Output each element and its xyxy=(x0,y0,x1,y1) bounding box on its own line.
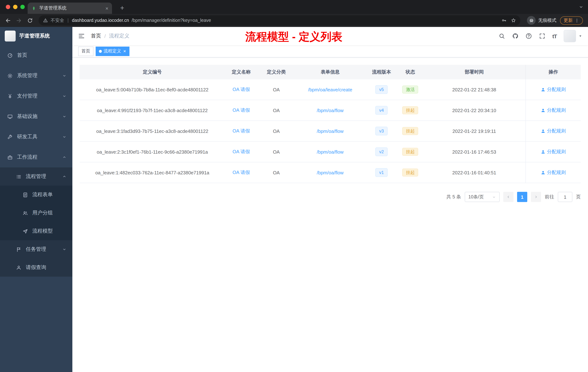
sidebar-item-home[interactable]: 首页 xyxy=(0,45,72,66)
page-size-select[interactable]: 10条/页 xyxy=(465,192,500,202)
help-icon[interactable] xyxy=(525,33,532,39)
forward-button[interactable] xyxy=(14,15,24,25)
incognito-spy-icon xyxy=(529,18,534,23)
form-link[interactable]: /bpm/oa/leave/create xyxy=(308,87,352,92)
definition-id: oa_leave:4:991f2193-7b7f-11ec-a3c8-acde4… xyxy=(80,108,225,113)
form-link[interactable]: /bpm/oa/flow xyxy=(317,108,344,113)
assign-rule-link[interactable]: 分配规则 xyxy=(541,169,566,176)
version-tag: v5 xyxy=(375,85,388,94)
assign-rule-link[interactable]: 分配规则 xyxy=(541,149,566,155)
column-header: 操作 xyxy=(526,65,581,79)
assign-rule-link[interactable]: 分配规则 xyxy=(541,107,566,114)
definition-name-link[interactable]: OA 请假 xyxy=(232,86,250,93)
user-icon xyxy=(541,170,546,175)
column-header: 定义名称 xyxy=(225,69,257,75)
sidebar-menu: 首页系统管理支付管理基础设施研发工具工作流程流程管理流程表单用户分组流程模型任务… xyxy=(0,45,72,277)
close-window-button[interactable] xyxy=(6,5,10,9)
sidebar-item-workflow[interactable]: 工作流程 xyxy=(0,147,72,167)
content: 定义编号定义名称定义分类表单信息流程版本状态部署时间操作 oa_leave:5:… xyxy=(72,57,588,372)
tag-dot xyxy=(99,50,102,53)
table-row: oa_leave:5:004b710b-7b8a-11ec-8ef0-acde4… xyxy=(80,79,581,100)
hamburger-icon[interactable] xyxy=(78,33,85,40)
zoom-window-button[interactable] xyxy=(20,5,25,9)
sidebar-item-label: 流程管理 xyxy=(26,173,46,180)
chevron-right-icon xyxy=(534,195,538,199)
sidebar-logo[interactable]: 芋道管理系统 xyxy=(0,27,72,45)
tag-首页[interactable]: 首页 xyxy=(78,46,94,56)
table-row: oa_leave:2:3c1f0ef1-76b1-11ec-9c66-a2380… xyxy=(80,142,581,162)
tag-label: 首页 xyxy=(82,48,90,54)
tag-close-icon[interactable]: × xyxy=(123,49,126,54)
user-icon xyxy=(541,129,546,133)
form-link[interactable]: /bpm/oa/flow xyxy=(317,149,344,154)
deploy-time: 2022-01-16 01:40:51 xyxy=(423,170,526,175)
next-page-button[interactable] xyxy=(531,192,541,202)
assign-rule-link[interactable]: 分配规则 xyxy=(541,86,566,93)
table-header: 定义编号定义名称定义分类表单信息流程版本状态部署时间操作 xyxy=(80,65,581,79)
prev-page-button[interactable] xyxy=(503,192,514,202)
goto-label: 前往 xyxy=(545,194,554,200)
deploy-time: 2022-01-22 19:19:11 xyxy=(423,128,526,134)
sidebar-item-task-mgmt[interactable]: 任务管理 xyxy=(0,240,72,258)
security-label: 不安全 xyxy=(51,17,64,23)
chrome-update-button[interactable]: 更新 xyxy=(560,16,583,25)
font-size-icon[interactable]: tT xyxy=(552,33,557,39)
column-header: 状态 xyxy=(398,69,423,75)
reload-button[interactable] xyxy=(25,15,35,25)
sidebar-item-label: 研发工具 xyxy=(17,134,37,140)
page-size-value: 10条/页 xyxy=(468,194,484,200)
form-link[interactable]: /bpm/oa/flow xyxy=(317,170,344,175)
definition-id: oa_leave:5:004b710b-7b8a-11ec-8ef0-acde4… xyxy=(80,87,225,92)
sidebar-item-leave-query[interactable]: 请假查询 xyxy=(0,258,72,277)
definition-name-link[interactable]: OA 请假 xyxy=(232,169,250,176)
app-root: 芋道管理系统 首页系统管理支付管理基础设施研发工具工作流程流程管理流程表单用户分… xyxy=(0,27,588,372)
key-icon[interactable] xyxy=(502,18,506,23)
sidebar-item-infra[interactable]: 基础设施 xyxy=(0,106,72,127)
chevron-down-icon xyxy=(62,114,67,119)
deploy-time: 2022-01-16 17:46:53 xyxy=(423,149,526,154)
definition-name-link[interactable]: OA 请假 xyxy=(232,107,250,114)
definition-name-link[interactable]: OA 请假 xyxy=(232,128,250,134)
github-icon[interactable] xyxy=(512,33,519,39)
breadcrumb-home[interactable]: 首页 xyxy=(91,33,101,39)
status-badge: 挂起 xyxy=(402,106,418,114)
minimize-window-button[interactable] xyxy=(13,5,17,9)
user-menu[interactable] xyxy=(564,30,583,42)
breadcrumb-current: 流程定义 xyxy=(109,33,129,39)
user-icon xyxy=(541,108,546,113)
form-icon xyxy=(22,192,28,197)
page-number-button[interactable]: 1 xyxy=(517,192,527,202)
page-suffix: 页 xyxy=(576,194,581,200)
search-icon[interactable] xyxy=(499,33,505,39)
back-button[interactable] xyxy=(3,15,13,25)
sidebar-item-devtools[interactable]: 研发工具 xyxy=(0,127,72,147)
sidebar-item-process-mgmt[interactable]: 流程管理 xyxy=(0,167,72,186)
sidebar-item-label: 工作流程 xyxy=(17,154,37,161)
user-icon xyxy=(16,265,21,270)
version-tag: v2 xyxy=(375,147,388,156)
tag-label: 流程定义 xyxy=(104,48,121,54)
sidebar-item-process-model[interactable]: 流程模型 xyxy=(0,222,72,240)
goto-page-input[interactable] xyxy=(558,192,572,202)
tab-search-chevron-icon[interactable] xyxy=(578,4,584,10)
bookmark-star-icon[interactable] xyxy=(511,18,516,23)
definition-name-link[interactable]: OA 请假 xyxy=(232,149,250,155)
sidebar-item-user-group[interactable]: 用户分组 xyxy=(0,204,72,222)
form-link[interactable]: /bpm/oa/flow xyxy=(317,128,344,134)
new-tab-button[interactable]: + xyxy=(117,3,127,13)
sidebar-item-payment[interactable]: 支付管理 xyxy=(0,86,72,106)
sidebar-item-label: 请假查询 xyxy=(26,264,46,271)
tag-流程定义[interactable]: 流程定义× xyxy=(96,46,129,56)
sidebar-item-system[interactable]: 系统管理 xyxy=(0,66,72,86)
assign-rule-link[interactable]: 分配规则 xyxy=(541,128,566,134)
tab-title: 芋道管理系统 xyxy=(39,5,103,11)
address-bar[interactable]: 不安全 | dashboard.yudao.iocoder.cn/bpm/man… xyxy=(39,15,520,25)
tab-close-icon[interactable]: × xyxy=(105,5,108,11)
tab-strip: 芋道管理系统 × + xyxy=(0,0,588,14)
browser-tab[interactable]: 芋道管理系统 × xyxy=(28,2,112,14)
fullscreen-icon[interactable] xyxy=(539,33,546,39)
caret-down-icon xyxy=(578,34,583,38)
browser-menu-dots-icon[interactable] xyxy=(575,18,579,23)
monitor-icon xyxy=(7,114,13,119)
sidebar-item-process-form[interactable]: 流程表单 xyxy=(0,186,72,204)
